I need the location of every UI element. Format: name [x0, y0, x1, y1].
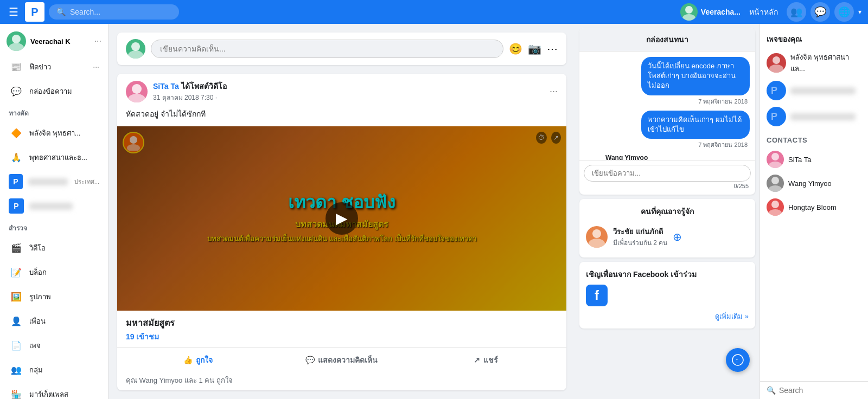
- svg-point-3: [9, 43, 24, 51]
- chat-message-sent-2: พวกความคิดเห็นเก่าๆ ผมไม่ได้เข้าไปแก้ไข …: [585, 111, 750, 150]
- share-icon: ↗: [474, 356, 480, 364]
- newsfeed-dots[interactable]: ···: [93, 62, 99, 71]
- svg-point-7: [128, 94, 145, 102]
- sidebar-item-messages[interactable]: 💬 กล่องข้อความ: [2, 79, 106, 103]
- far-right-panel: เพจของคุณ พลังจิต พุทธศาสนาแล... P P CON…: [760, 24, 868, 399]
- your-pages-title: เพจของคุณ: [760, 30, 868, 48]
- emoji-icon[interactable]: 😊: [509, 42, 522, 55]
- search-input[interactable]: [70, 8, 168, 16]
- username-display: Veeracha...: [701, 8, 741, 16]
- topnav-right: Veeracha... หน้าหลัก 👥 💬 🌐 ▾: [680, 2, 861, 22]
- homepage-link[interactable]: หน้าหลัก: [745, 4, 782, 20]
- camera-icon[interactable]: 📷: [528, 42, 541, 55]
- sidebar-item-palangchit[interactable]: 🔶 พลังจิต พุทธศา...: [2, 121, 106, 145]
- contact-avatar-sita: [767, 151, 784, 168]
- post-author-link[interactable]: SiTa Ta: [153, 82, 179, 91]
- share-label: แชร์: [483, 354, 498, 366]
- more-icon[interactable]: ⋯: [547, 42, 558, 55]
- messages-icon[interactable]: 💬: [810, 2, 830, 22]
- group-icon: 👥: [9, 362, 24, 377]
- chat-input-area: 0/255: [579, 160, 755, 195]
- compose-input[interactable]: [151, 40, 503, 58]
- contact-item-wang[interactable]: Wang Yimyoo: [760, 171, 868, 195]
- post-meta: SiTa Ta ได้โพสต์วิดีโอ 31 ตุลาคม 2018 7:…: [153, 80, 544, 102]
- sidebar-item-marketplace[interactable]: 🏪 มาร์เก็ตเพลส: [2, 382, 106, 399]
- contact-item-hongtay[interactable]: Hongtay Bloom: [760, 195, 868, 219]
- svg-point-21: [769, 65, 783, 73]
- add-friend-button[interactable]: ⊕: [673, 230, 682, 243]
- comment-label: แสดงความคิดเห็น: [318, 354, 378, 366]
- sidebar-item-label: [29, 203, 73, 210]
- svg-point-24: [771, 153, 779, 160]
- fab-button[interactable]: ↑: [726, 348, 750, 372]
- sidebar-user-dots[interactable]: ···: [94, 36, 101, 46]
- sidebar-item-friends[interactable]: 👤 เพื่อน: [2, 309, 106, 333]
- svg-point-19: [589, 239, 605, 248]
- svg-point-20: [773, 56, 780, 64]
- sidebar-item-photos[interactable]: 🖼️ รูปภาพ: [2, 285, 106, 308]
- search-icon: 🔍: [56, 8, 66, 16]
- post-likes: คุณ Wang Yimyoo และ 1 คน ถูกใจ: [117, 372, 566, 390]
- chat-sender-name-wang: Wang Yimyoo: [603, 154, 660, 160]
- globe-icon[interactable]: 🌐: [834, 2, 854, 22]
- chat-input[interactable]: [584, 165, 751, 182]
- contact-item-sita[interactable]: SiTa Ta: [760, 147, 868, 171]
- person-mutual: มีเพื่อนร่วมกัน 2 คน: [613, 237, 667, 248]
- sidebar-item-blog[interactable]: 📝 บล็อก: [2, 260, 106, 284]
- page2-icon: P: [9, 198, 24, 214]
- fb-see-more-link[interactable]: ดูเพิ่มเติม »: [586, 311, 749, 322]
- share-button[interactable]: ↗ แชร์: [414, 350, 558, 370]
- sidebar-item-label: กลุ่ม: [29, 364, 43, 376]
- chat-box: กล่องสนทนา วันนี้ได้เปลี่ยน encode ภาษา …: [579, 28, 755, 195]
- sidebar-user[interactable]: Veerachai K ···: [0, 28, 108, 54]
- sidebar-item-page[interactable]: 📄 เพจ: [2, 333, 106, 357]
- svg-point-5: [128, 50, 143, 59]
- contact-name-sita: SiTa Ta: [788, 156, 811, 164]
- sidebar-item-buddhism[interactable]: 🙏 พุทธศาสนาและธ...: [2, 145, 106, 169]
- chat-bubble-sent-2: พวกความคิดเห็นเก่าๆ ผมไม่ได้เข้าไปแก้ไข: [641, 111, 750, 139]
- user-info: Veeracha...: [680, 3, 741, 21]
- chat-time-2: 7 พฤศจิกายน 2018: [696, 140, 750, 150]
- sidebar-item-page1[interactable]: P ประเทศ...: [2, 170, 106, 194]
- sidebar-item-label: กล่องข้อความ: [29, 86, 72, 97]
- post-action-text: ได้โพสต์วิดีโอ: [181, 82, 227, 91]
- newsfeed-icon: 📰: [9, 59, 24, 74]
- user-avatar: [680, 3, 698, 21]
- chat-message-sent-1: วันนี้ได้เปลี่ยน encode ภาษา โพสต์เก่าๆ …: [585, 57, 750, 106]
- logo[interactable]: P: [25, 2, 44, 22]
- sidebar-item-group[interactable]: 👥 กลุ่ม: [2, 358, 106, 382]
- compose-box-top: 😊 📷 ⋯: [117, 33, 566, 65]
- bottom-right-search: 🔍: [760, 381, 868, 399]
- hamburger-menu[interactable]: ☰: [7, 3, 21, 21]
- like-button[interactable]: 👍 ถูกใจ: [126, 350, 270, 370]
- compose-avatar: [126, 39, 145, 59]
- post-actions: 👍 ถูกใจ 💬 แสดงความคิดเห็น ↗ แชร์: [117, 347, 566, 372]
- topnav: ☰ P 🔍 Veeracha... หน้าหลัก 👥 💬 🌐 ▾: [0, 0, 868, 24]
- post-header: SiTa Ta ได้โพสต์วิดีโอ 31 ตุลาคม 2018 7:…: [117, 74, 566, 109]
- friends-icon[interactable]: 👥: [787, 2, 806, 22]
- page-item-blurred2[interactable]: P: [760, 104, 868, 130]
- page-item-blurred1[interactable]: P: [760, 78, 868, 104]
- sidebar-item-newsfeed[interactable]: 📰 ฟีดข่าว ···: [2, 55, 106, 79]
- sidebar-item-label: เพจ: [29, 340, 41, 351]
- blog-icon: 📝: [9, 265, 24, 280]
- svg-point-6: [132, 84, 142, 94]
- facebook-icon[interactable]: f: [586, 285, 608, 306]
- chat-header: กล่องสนทนา: [579, 28, 755, 52]
- contact-avatar-wang: [767, 175, 784, 192]
- fb-invite-box: เชิญเพื่อนจาก Facebook เข้าร่วม f ดูเพิ่…: [579, 262, 755, 329]
- sidebar-user-avatar: [7, 31, 26, 51]
- post-options-btn[interactable]: ···: [550, 86, 558, 97]
- svg-point-1: [682, 14, 695, 21]
- sidebar-item-page2[interactable]: P: [2, 194, 106, 218]
- like-label: ถูกใจ: [196, 354, 213, 366]
- page-item-palangchit[interactable]: พลังจิต พุทธศาสนาแล...: [760, 48, 868, 78]
- sidebar-item-video[interactable]: 🎬 วิดีโอ: [2, 236, 106, 260]
- post-content: หัดสวดอยู่ จำไม่ได้ซักกที: [117, 109, 566, 126]
- svg-point-18: [592, 229, 601, 238]
- comment-button[interactable]: 💬 แสดงความคิดเห็น: [270, 350, 413, 370]
- dropdown-arrow[interactable]: ▾: [858, 8, 861, 16]
- page-avatar-blurred1: P: [767, 81, 786, 100]
- bottom-search-input[interactable]: [779, 386, 868, 395]
- play-button[interactable]: ▶: [326, 202, 358, 235]
